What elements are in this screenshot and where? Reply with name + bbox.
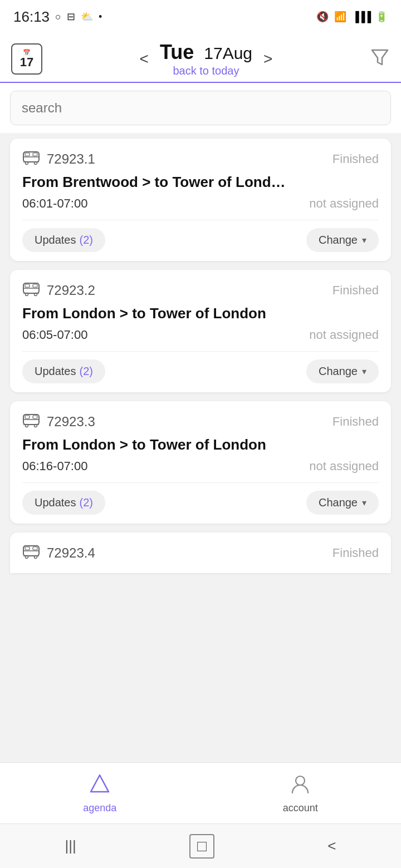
- card-status-3: Finished: [332, 415, 379, 429]
- trip-card-3: 72923.3 Finished From London > to Tower …: [10, 401, 391, 524]
- svg-point-5: [26, 161, 28, 164]
- current-date-display: Tue 17Aug back to today: [160, 41, 252, 77]
- updates-button-1[interactable]: Updates (2): [22, 228, 105, 252]
- updates-label-2: Updates: [35, 365, 76, 378]
- chevron-down-icon-3: ▾: [362, 497, 366, 508]
- change-button-2[interactable]: Change ▾: [306, 359, 379, 383]
- svg-point-24: [35, 424, 37, 427]
- card-status-1: Finished: [332, 152, 379, 166]
- bus-icon-2: [22, 281, 40, 300]
- change-label-1: Change: [319, 234, 358, 246]
- updates-label-1: Updates: [35, 234, 76, 246]
- card-details-2: 06:05-07:00 not assigned: [22, 328, 379, 342]
- home-button[interactable]: □: [189, 834, 214, 859]
- back-button[interactable]: <: [311, 832, 353, 860]
- card-actions-1: Updates (2) Change ▾: [22, 228, 379, 252]
- card-title-3: From London > to Tower of London: [22, 436, 379, 453]
- svg-rect-30: [25, 547, 30, 550]
- card-id-4: 72923.4: [47, 545, 95, 561]
- card-details-1: 06:01-07:00 not assigned: [22, 196, 379, 211]
- svg-rect-21: [25, 416, 30, 418]
- chevron-down-icon-1: ▾: [362, 235, 366, 245]
- header-left: 📅 17: [11, 43, 42, 75]
- card-divider-3: [22, 482, 379, 483]
- svg-point-23: [26, 424, 28, 427]
- svg-point-38: [296, 776, 305, 785]
- card-id-wrap-1: 72923.1: [22, 150, 95, 169]
- svg-point-14: [26, 293, 28, 295]
- status-icon-clock: ○: [55, 11, 61, 23]
- updates-button-3[interactable]: Updates (2): [22, 491, 105, 515]
- change-button-1[interactable]: Change ▾: [306, 228, 379, 252]
- card-actions-3: Updates (2) Change ▾: [22, 491, 379, 515]
- svg-rect-3: [25, 153, 30, 156]
- date-label: Tue 17Aug: [160, 41, 252, 63]
- card-id-wrap-4: 72923.4: [22, 544, 95, 563]
- search-input[interactable]: [10, 91, 391, 125]
- change-label-2: Change: [319, 365, 358, 378]
- svg-point-15: [35, 293, 37, 295]
- svg-marker-37: [91, 775, 109, 792]
- menu-button[interactable]: |||: [48, 832, 93, 860]
- account-icon: [289, 773, 311, 800]
- change-button-3[interactable]: Change ▾: [306, 491, 379, 515]
- svg-rect-31: [33, 547, 37, 550]
- battery-icon: 🔋: [375, 11, 388, 23]
- agenda-label: agenda: [83, 802, 116, 814]
- updates-count-3: (2): [80, 496, 93, 509]
- nav-account[interactable]: account: [266, 767, 335, 820]
- svg-point-6: [35, 161, 37, 164]
- bus-icon-4: [22, 544, 40, 563]
- date-text: 17Aug: [204, 44, 252, 62]
- bus-icon-1: [22, 150, 40, 169]
- trip-card-1: 72923.1 Finished From Brentwood > to Tow…: [10, 139, 391, 261]
- trip-card-2: 72923.2 Finished From London > to Tower …: [10, 270, 391, 392]
- filter-button[interactable]: [370, 47, 390, 71]
- prev-day-button[interactable]: <: [135, 48, 153, 70]
- card-time-2: 06:05-07:00: [22, 328, 87, 342]
- signal-icon: ▐▐▐: [352, 11, 370, 23]
- updates-label-3: Updates: [35, 496, 76, 509]
- svg-rect-12: [25, 284, 30, 287]
- trip-card-4-partial: 72923.4 Finished: [10, 532, 391, 573]
- card-status-4: Finished: [332, 546, 379, 560]
- svg-rect-13: [33, 284, 37, 287]
- card-assigned-3: not assigned: [309, 459, 379, 474]
- calendar-icon[interactable]: 📅 17: [11, 43, 42, 75]
- card-header-3: 72923.3 Finished: [22, 412, 379, 432]
- bottom-navigation: agenda account: [0, 762, 401, 823]
- header: 📅 17 < Tue 17Aug back to today >: [0, 33, 401, 83]
- card-header-4: 72923.4 Finished: [22, 544, 379, 563]
- card-time-1: 06:01-07:00: [22, 196, 87, 211]
- card-actions-2: Updates (2) Change ▾: [22, 359, 379, 383]
- account-label: account: [283, 802, 318, 814]
- nav-agenda[interactable]: agenda: [66, 767, 133, 820]
- card-id-1: 72923.1: [47, 151, 95, 167]
- status-icon-keyboard: ⊟: [67, 11, 75, 23]
- svg-point-33: [35, 555, 37, 558]
- card-id-wrap-3: 72923.3: [22, 412, 95, 432]
- card-divider-1: [22, 220, 379, 220]
- card-id-2: 72923.2: [47, 283, 95, 298]
- card-assigned-2: not assigned: [309, 328, 379, 342]
- mute-icon: 🔇: [316, 11, 329, 23]
- wifi-icon: 📶: [334, 11, 346, 23]
- chevron-down-icon-2: ▾: [362, 366, 366, 377]
- change-label-3: Change: [319, 496, 358, 509]
- status-icons-right: 🔇 📶 ▐▐▐ 🔋: [316, 11, 388, 23]
- updates-button-2[interactable]: Updates (2): [22, 359, 105, 383]
- card-title-1: From Brentwood > to Tower of Lond…: [22, 174, 379, 191]
- card-time-3: 06:16-07:00: [22, 459, 87, 474]
- calendar-day: 17: [20, 56, 33, 69]
- back-to-today-link[interactable]: back to today: [173, 65, 239, 77]
- card-divider-2: [22, 351, 379, 352]
- bus-icon-3: [22, 412, 40, 432]
- card-title-2: From London > to Tower of London: [22, 305, 379, 322]
- system-nav-bar: ||| □ <: [0, 823, 401, 868]
- status-icon-dot: •: [99, 11, 102, 23]
- svg-rect-22: [33, 416, 37, 418]
- card-assigned-1: not assigned: [309, 196, 379, 211]
- agenda-icon: [89, 773, 111, 800]
- next-day-button[interactable]: >: [259, 48, 277, 70]
- search-section: [0, 83, 401, 133]
